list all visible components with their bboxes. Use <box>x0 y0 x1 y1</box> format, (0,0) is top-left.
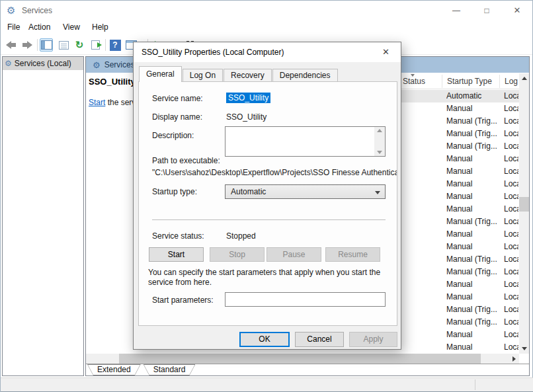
start-parameters-note: You can specify the start parameters tha… <box>148 268 390 288</box>
description-scrollbar[interactable] <box>374 127 385 156</box>
selected-service-title: SSO_Utility <box>89 77 136 87</box>
startup-type-cell: Manual (Trig... <box>446 140 501 153</box>
log-on-as-cell: Loca <box>504 329 518 341</box>
description-label: Description: <box>152 131 194 140</box>
service-name-label: Service name: <box>152 94 203 103</box>
log-on-as-cell: Loca <box>504 140 518 153</box>
column-header-logon[interactable]: Log <box>505 77 518 86</box>
tab-log-on[interactable]: Log On <box>183 69 223 82</box>
table-row[interactable]: Manual (Trig...Loca <box>397 216 519 228</box>
back-icon[interactable] <box>4 38 17 52</box>
separator <box>152 219 386 220</box>
dialog-tabs: General Log On Recovery Dependencies <box>139 66 339 82</box>
scroll-down-icon[interactable] <box>519 344 529 354</box>
close-button[interactable]: ✕ <box>502 1 532 20</box>
services-list: AutomaticLocaManualLocaManual (Trig...Lo… <box>397 90 519 354</box>
scroll-down-icon[interactable] <box>377 151 382 154</box>
scroll-right-icon[interactable] <box>509 354 519 364</box>
start-service-link[interactable]: Start <box>89 98 105 107</box>
table-row[interactable]: ManualLoca <box>397 178 519 190</box>
table-row[interactable]: AutomaticLoca <box>397 90 519 102</box>
tab-recovery[interactable]: Recovery <box>224 69 272 82</box>
table-row[interactable]: ManualLoca <box>397 190 519 203</box>
scroll-up-icon[interactable] <box>519 73 529 83</box>
console-tree-icon[interactable] <box>40 38 53 52</box>
table-row[interactable]: ManualLoca <box>397 228 519 241</box>
pause-button: Pause <box>266 247 321 262</box>
table-row[interactable]: ManualLoca <box>397 341 519 354</box>
log-on-as-cell: Loca <box>504 153 518 165</box>
table-row[interactable]: ManualLoca <box>397 203 519 216</box>
menu-view[interactable]: View <box>63 22 80 32</box>
log-on-as-cell: Loca <box>504 341 518 354</box>
sidebar-item-services-local[interactable]: ⚙ Services (Local) <box>3 57 83 70</box>
stop-button: Stop <box>210 247 265 262</box>
ok-button[interactable]: OK <box>239 332 290 347</box>
vertical-scrollbar[interactable] <box>519 73 529 354</box>
log-on-as-cell: Loca <box>504 165 518 178</box>
log-on-as-cell: Loca <box>504 253 518 266</box>
services-window: ⚙ Services — □ ✕ File Action View Help ↻… <box>0 0 533 392</box>
table-row[interactable]: ManualLoca <box>397 278 519 291</box>
startup-type-cell: Manual <box>446 341 501 354</box>
horizontal-scrollbar-thumb[interactable] <box>119 354 481 364</box>
services-gear-icon: ⚙ <box>5 59 12 68</box>
properties-icon[interactable] <box>57 38 70 52</box>
start-parameters-label: Start parameters: <box>152 295 214 305</box>
window-title: Services <box>22 6 52 15</box>
table-row[interactable]: ManualLoca <box>397 241 519 253</box>
log-on-as-cell: Loca <box>504 241 518 253</box>
table-row[interactable]: ManualLoca <box>397 102 519 115</box>
table-row[interactable]: ManualLoca <box>397 291 519 303</box>
vertical-scrollbar-thumb[interactable] <box>519 197 529 212</box>
startup-type-label: Startup type: <box>152 187 197 196</box>
description-field[interactable] <box>225 126 386 157</box>
startup-type-cell: Manual <box>446 241 501 253</box>
table-row[interactable]: Manual (Trig...Loca <box>397 316 519 329</box>
forward-icon[interactable] <box>20 38 34 52</box>
startup-type-cell: Manual <box>446 291 501 303</box>
startup-type-cell: Manual (Trig... <box>446 216 501 228</box>
cancel-button[interactable]: Cancel <box>295 332 344 347</box>
menu-action[interactable]: Action <box>28 22 50 32</box>
table-row[interactable]: Manual (Trig...Loca <box>397 140 519 153</box>
menu-help[interactable]: Help <box>92 22 108 32</box>
startup-type-cell: Manual (Trig... <box>446 115 501 128</box>
startup-type-cell: Manual (Trig... <box>446 303 501 316</box>
horizontal-scrollbar[interactable] <box>86 354 519 364</box>
table-row[interactable]: ManualLoca <box>397 165 519 178</box>
chevron-down-icon <box>375 191 380 194</box>
table-row[interactable]: Manual (Trig...Loca <box>397 253 519 266</box>
general-tab-page: Service name: SSO_Utility Display name: … <box>138 81 397 326</box>
dialog-title: SSO_Utility Properties (Local Computer) <box>142 48 284 57</box>
service-action-suffix: the serv <box>105 98 136 107</box>
scroll-up-icon[interactable] <box>377 129 382 132</box>
tab-standard[interactable]: Standard <box>144 364 196 375</box>
menu-file[interactable]: File <box>7 22 20 32</box>
refresh-icon[interactable]: ↻ <box>73 38 86 52</box>
table-row[interactable]: ManualLoca <box>397 329 519 341</box>
table-row[interactable]: Manual (Trig...Loca <box>397 266 519 278</box>
startup-type-cell: Manual <box>446 153 501 165</box>
startup-type-select[interactable]: Automatic <box>225 184 386 199</box>
maximize-button[interactable]: □ <box>472 1 502 20</box>
tab-dependencies[interactable]: Dependencies <box>272 69 338 82</box>
start-button[interactable]: Start <box>149 247 204 262</box>
export-list-icon[interactable] <box>89 38 102 52</box>
resume-button: Resume <box>325 247 380 262</box>
table-row[interactable]: Manual (Trig...Loca <box>397 303 519 316</box>
dialog-close-icon[interactable]: ✕ <box>371 42 401 62</box>
help-icon[interactable]: ? <box>108 38 122 52</box>
table-row[interactable]: Manual (Trig...Loca <box>397 115 519 128</box>
minimize-button[interactable]: — <box>441 1 472 20</box>
column-header-startup[interactable]: Startup Type <box>447 77 492 86</box>
table-row[interactable]: Manual (Trig...Loca <box>397 128 519 140</box>
column-header-status[interactable]: Status <box>403 77 425 86</box>
start-parameters-input[interactable] <box>225 292 386 307</box>
table-row[interactable]: ManualLoca <box>397 153 519 165</box>
menu-bar: File Action View Help <box>1 20 532 35</box>
tab-general[interactable]: General <box>139 66 182 82</box>
tab-extended[interactable]: Extended <box>87 364 141 375</box>
log-on-as-cell: Loca <box>504 228 518 241</box>
startup-type-cell: Automatic <box>446 90 501 102</box>
